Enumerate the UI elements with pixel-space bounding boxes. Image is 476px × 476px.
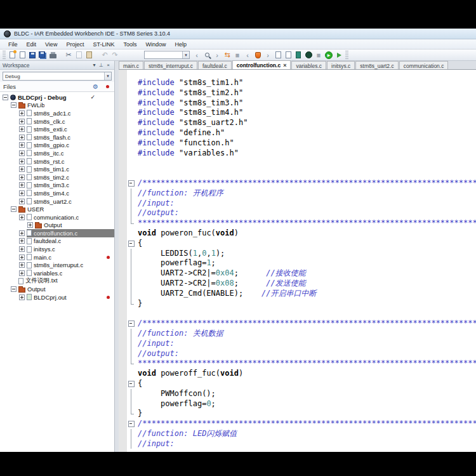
tree-item-stm8s-flash-c[interactable]: stm8s_flash.c [0, 133, 114, 142]
panel-close-button[interactable]: × [105, 62, 112, 68]
tree-item-bldcprj-out[interactable]: BLDCprj.out [0, 293, 114, 301]
tab-stm8s_uart2-c[interactable]: stm8s_uart2.c [355, 61, 398, 69]
tree-item-initsys-c[interactable]: initsys.c [0, 245, 114, 253]
expand-icon[interactable] [19, 135, 25, 140]
fold-collapse-icon[interactable] [127, 379, 138, 389]
menu-edit[interactable]: Edit [22, 40, 41, 49]
tree-item-stm8s-tim4-c[interactable]: stm8s_tim4.c [0, 189, 114, 197]
tree-item-variables-c[interactable]: variables.c [0, 269, 114, 277]
expand-icon[interactable] [19, 142, 25, 148]
copy-button[interactable] [74, 50, 84, 60]
tree-item-stm8s-exti-c[interactable]: stm8s_exti.c [0, 125, 114, 133]
fold-collapse-icon[interactable] [127, 419, 138, 429]
expand-icon[interactable] [19, 150, 25, 156]
tab-faultdeal-c[interactable]: faultdeal.c [198, 61, 232, 69]
menu-help[interactable]: Help [170, 40, 191, 49]
tab-stm8s_interruput-c[interactable]: stm8s_interruput.c [144, 61, 197, 69]
tree-item-faultdeal-c[interactable]: faultdeal.c [0, 237, 114, 246]
gear-icon[interactable]: ⚙ [93, 83, 98, 90]
tab-close-button[interactable]: × [283, 62, 286, 69]
tree-item-stm8s-clk-c[interactable]: stm8s_clk.c [0, 117, 114, 126]
menu-st-link[interactable]: ST-LINK [88, 40, 119, 49]
compile-button[interactable] [273, 50, 283, 60]
tree-item-stm8s-rst-c[interactable]: stm8s_rst.c [0, 157, 114, 166]
redo-button[interactable]: ↷ [110, 50, 120, 60]
find-button[interactable] [202, 50, 212, 60]
open-file-button[interactable] [17, 50, 27, 60]
tab-controlfunction-c[interactable]: controlfunction.c× [232, 60, 291, 69]
expand-icon[interactable] [19, 110, 25, 116]
tree-item-stm8s-gpio-c[interactable]: stm8s_gpio.c [0, 142, 114, 150]
expand-icon[interactable] [19, 190, 25, 196]
stop-build-button[interactable] [303, 50, 314, 60]
tab-initsys-c[interactable]: initsys.c [327, 61, 355, 69]
prev-bookmark-button[interactable]: ‹ [242, 50, 253, 60]
batch-build-button[interactable]: ≡ [314, 50, 324, 60]
expand-icon[interactable] [19, 215, 25, 220]
expand-icon[interactable] [19, 246, 25, 252]
menu-project[interactable]: Project [62, 40, 88, 49]
undo-button[interactable]: ↶ [100, 50, 110, 60]
collapse-icon[interactable] [11, 102, 17, 108]
paste-button[interactable] [84, 50, 94, 60]
expand-icon[interactable] [19, 270, 25, 276]
debug-without-downloading-button[interactable] [334, 50, 344, 60]
nav-forward-button[interactable]: › [212, 50, 222, 60]
expand-icon[interactable] [19, 119, 25, 124]
tree-item-output[interactable]: Output [0, 221, 114, 230]
expand-icon[interactable] [19, 230, 25, 236]
expand-icon[interactable] [19, 175, 25, 180]
save-button[interactable] [27, 50, 37, 60]
expand-icon[interactable] [19, 262, 25, 268]
tree-item-stm8s-uart2-c[interactable]: stm8s_uart2.c [0, 197, 114, 206]
tree-item-main-c[interactable]: main.c [0, 253, 114, 261]
expand-icon[interactable] [19, 126, 25, 132]
collapse-icon[interactable] [11, 206, 17, 212]
download-and-debug-button[interactable]: ▶ [324, 50, 334, 60]
nav-back-button[interactable]: ‹ [192, 50, 202, 60]
tree-item-communication-c[interactable]: communication.c [0, 213, 114, 221]
toggle-bookmark-button[interactable] [253, 50, 263, 60]
tree-item-stm8s-adc1-c[interactable]: stm8s_adc1.c [0, 109, 114, 117]
panel-menu-button[interactable]: ▾ [91, 62, 98, 68]
panel-pin-button[interactable]: ⊥ [98, 62, 105, 68]
chevron-down-icon[interactable]: ▾ [104, 72, 111, 80]
tree-item-文件说明-txt[interactable]: 文件说明.txt [0, 277, 114, 286]
tab-variables-c[interactable]: variables.c [291, 61, 326, 69]
tree-item-stm8s-tim3-c[interactable]: stm8s_tim3.c [0, 182, 114, 190]
toggle-source-browser-button[interactable]: ⇆ [222, 50, 232, 60]
cut-button[interactable]: ✂ [63, 50, 74, 60]
print-button[interactable] [48, 50, 58, 60]
tab-communication-c[interactable]: communication.c [399, 61, 449, 69]
tree-item-fwlib[interactable]: FWLib [0, 102, 114, 110]
tab-main-c[interactable]: main.c [119, 61, 143, 69]
expand-icon[interactable] [19, 199, 25, 204]
expand-icon[interactable] [19, 182, 25, 188]
expand-icon[interactable] [19, 238, 25, 244]
menu-tools[interactable]: Tools [119, 40, 141, 49]
menu-file[interactable]: File [4, 40, 22, 49]
tree-item-stm8s-tim1-c[interactable]: stm8s_tim1.c [0, 165, 114, 173]
collapse-icon[interactable] [11, 286, 17, 292]
expand-icon[interactable] [19, 255, 25, 260]
tree-item-stm8s-tim2-c[interactable]: stm8s_tim2.c [0, 173, 114, 182]
new-document-button[interactable] [7, 50, 17, 60]
expand-icon[interactable] [27, 222, 33, 228]
goto-list-button[interactable]: ≡ [232, 50, 242, 60]
expand-icon[interactable] [19, 294, 25, 300]
find-combobox[interactable]: ▾ [144, 51, 190, 59]
tree-item-bldcprj-debug[interactable]: BLDCprj - Debug✓ [0, 93, 114, 102]
configuration-dropdown[interactable]: Debug ▾ [3, 72, 112, 81]
collapse-icon[interactable] [3, 95, 8, 100]
chevron-down-icon[interactable]: ▾ [182, 51, 189, 58]
expand-icon[interactable] [19, 159, 25, 164]
make-button[interactable] [283, 50, 293, 60]
next-bookmark-button[interactable]: › [263, 50, 273, 60]
build-all-button[interactable] [293, 50, 303, 60]
menu-view[interactable]: View [41, 40, 62, 49]
code-area[interactable]: #include "stm8s_tim1.h"#include "stm8s_t… [119, 70, 476, 452]
tree-item-stm8s-interruput-c[interactable]: stm8s_interruput.c [0, 261, 114, 269]
tree-item-output[interactable]: Output [0, 285, 114, 293]
tree-item-user[interactable]: USER [0, 205, 114, 213]
fold-collapse-icon[interactable] [127, 319, 138, 329]
